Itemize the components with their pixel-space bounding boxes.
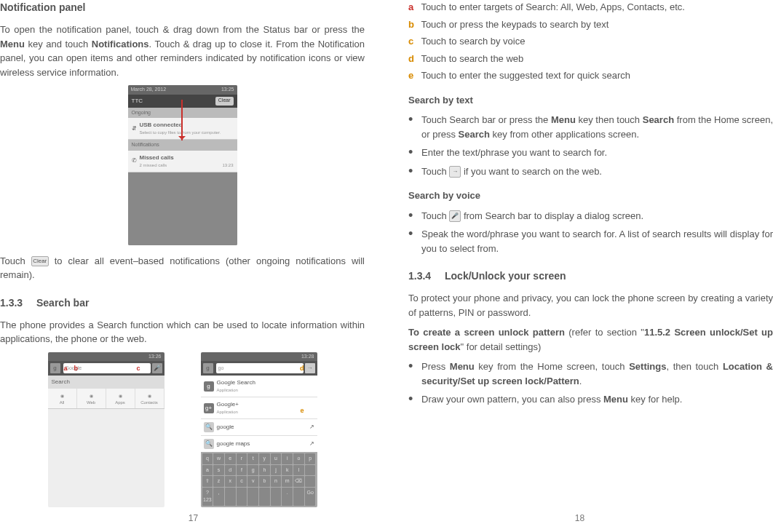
key: m xyxy=(282,476,293,487)
create-pattern-paragraph: To create a screen unlock pattern (refer… xyxy=(408,325,773,354)
key: a xyxy=(202,465,213,476)
search-by-voice-title: Search by voice xyxy=(408,188,773,203)
legend-text: Touch to enter the suggested text for qu… xyxy=(421,70,630,81)
all-icon: ◉ xyxy=(48,393,76,400)
app-icon: g+ xyxy=(204,403,214,413)
key: c xyxy=(237,476,247,487)
legend-text: Touch to search by voice xyxy=(421,36,525,47)
legend-text: Touch or press the keypads to search by … xyxy=(421,19,609,30)
key: ⌫ xyxy=(293,476,304,487)
search-mock-left: 13:26 g Google 🎤 Search ◉All ◉Web ◉Apps … xyxy=(48,352,164,507)
google-icon: g xyxy=(203,363,213,373)
go-arrow-icon: → xyxy=(449,166,461,178)
search-by-text-title: Search by text xyxy=(408,93,773,108)
key: o xyxy=(293,453,304,464)
key: k xyxy=(282,465,293,476)
legend-key: e xyxy=(408,68,419,83)
key: v xyxy=(247,476,258,487)
key: p xyxy=(305,453,316,464)
google-icon: g xyxy=(50,363,60,373)
clear-paragraph: Touch Clear to clear all event–based not… xyxy=(0,254,365,282)
missed-call-icon: ✆ xyxy=(132,156,137,165)
app-icon: g xyxy=(204,381,214,392)
callout-d: d xyxy=(300,364,304,374)
key xyxy=(293,488,304,506)
notif-mock-container: March 28, 201213:25 TTCClear Ongoing ⇵ U… xyxy=(0,85,365,245)
missed-item: ✆ Missed calls 2 missed calls13:23 xyxy=(128,151,237,172)
key xyxy=(271,488,282,506)
lock-paragraph: To protect your phone and privacy, you c… xyxy=(408,291,773,319)
create-pattern-steps: Press Menu key from the Home screen, tou… xyxy=(408,360,773,407)
key xyxy=(247,488,258,506)
keyboard-mock: qwertyuiopasdfghjkl⇧zxcvbnm⌫?123,.Go xyxy=(201,452,317,507)
section-1-3-3: 1.3.3Search bar xyxy=(0,295,365,311)
key: h xyxy=(259,465,270,476)
notif-panel-mock: March 28, 201213:25 TTCClear Ongoing ⇵ U… xyxy=(128,85,237,245)
key: e xyxy=(225,453,236,464)
legend-text: Touch to search the web xyxy=(421,53,523,64)
key xyxy=(259,488,270,506)
suggest-icon: ↗ xyxy=(309,423,314,432)
key: j xyxy=(271,465,282,476)
key: f xyxy=(237,465,247,476)
notif-panel-title: Notification panel xyxy=(0,0,365,15)
key: r xyxy=(237,453,247,464)
key: y xyxy=(259,453,270,464)
key: b xyxy=(259,476,270,487)
legend-item: d Touch to search the web xyxy=(408,52,773,66)
key xyxy=(237,488,247,506)
page-right: a Touch to enter targets of Search: All,… xyxy=(386,0,773,532)
list-item: Press Menu key from the Home screen, tou… xyxy=(408,360,773,388)
callout-a: a xyxy=(64,364,68,374)
key: n xyxy=(271,476,282,487)
notif-panel-paragraph: To open the notification panel, touch & … xyxy=(0,23,365,79)
contacts-icon: ◉ xyxy=(135,393,164,400)
usb-icon: ⇵ xyxy=(132,124,137,133)
list-item: Touch → if you want to search on the web… xyxy=(408,164,773,179)
clear-icon: Clear xyxy=(31,256,49,266)
callout-c: c xyxy=(137,364,140,374)
legend-item: e Touch to enter the suggested text for … xyxy=(408,68,773,83)
key: ?123 xyxy=(202,488,213,506)
key: g xyxy=(247,465,258,476)
legend-text: Touch to enter targets of Search: All, W… xyxy=(421,1,685,12)
legend-key: c xyxy=(408,34,419,49)
key: w xyxy=(213,453,224,464)
search-by-text-list: Touch Search bar or press the Menu key t… xyxy=(408,113,773,178)
search-by-voice-list: Touch 🎤 from Search bar to display a dia… xyxy=(408,209,773,256)
list-item: Draw your own pattern, you can also pres… xyxy=(408,392,773,407)
legend-key: a xyxy=(408,0,419,15)
key: l xyxy=(293,465,304,476)
legend-item: b Touch or press the keypads to search b… xyxy=(408,17,773,32)
key: t xyxy=(247,453,258,464)
list-item: Touch 🎤 from Search bar to display a dia… xyxy=(408,209,773,223)
key: x xyxy=(225,476,236,487)
web-icon: ◉ xyxy=(77,393,106,400)
key: ⇧ xyxy=(202,476,213,487)
callout-b: b xyxy=(74,364,79,374)
page-left: Notification panel To open the notificat… xyxy=(0,0,386,532)
search-mocks: 13:26 g Google 🎤 Search ◉All ◉Web ◉Apps … xyxy=(0,352,365,507)
legend-item: c Touch to search by voice xyxy=(408,34,773,49)
legend-key: d xyxy=(408,52,419,66)
callout-e: e xyxy=(300,406,304,416)
section-1-3-4: 1.3.4Lock/Unlock your screen xyxy=(408,269,773,284)
clear-button-mock: Clear xyxy=(215,97,234,106)
key: . xyxy=(282,488,293,506)
apps-icon: ◉ xyxy=(106,393,135,400)
list-item: Enter the text/phrase you want to search… xyxy=(408,146,773,160)
key: q xyxy=(202,453,213,464)
search-mock-right: 13:28 g go → gGoogle SearchApplication g… xyxy=(201,352,317,507)
key: s xyxy=(213,465,224,476)
key: d xyxy=(225,465,236,476)
mic-icon: 🎤 xyxy=(449,210,461,222)
key xyxy=(305,476,316,487)
search-icon: 🔍 xyxy=(204,422,214,432)
list-item: Speak the word/phrase you want to search… xyxy=(408,227,773,255)
page-number-right: 18 xyxy=(386,512,773,525)
key: i xyxy=(282,453,293,464)
key: u xyxy=(271,453,282,464)
suggest-icon: ↗ xyxy=(309,440,314,448)
legend-item: a Touch to enter targets of Search: All,… xyxy=(408,0,773,15)
page-number-left: 17 xyxy=(0,512,386,525)
